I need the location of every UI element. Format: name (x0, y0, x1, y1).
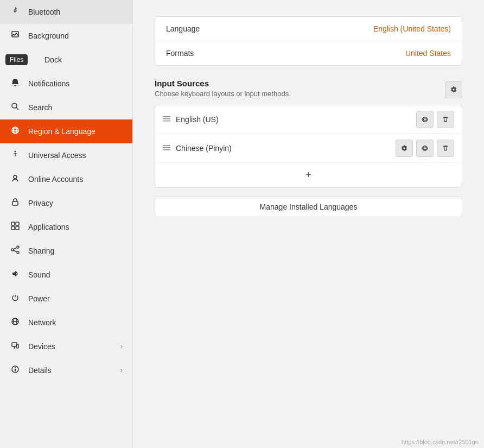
svg-rect-32 (163, 116, 170, 117)
power-icon (10, 293, 21, 304)
svg-rect-26 (16, 344, 18, 348)
sidebar-item-label: Devices (28, 342, 55, 351)
main-content: Language English (United States) Formats… (133, 0, 484, 448)
sidebar-item-label: Notifications (28, 79, 69, 88)
svg-point-3 (12, 103, 17, 108)
region-language-icon (10, 126, 21, 137)
sidebar-item-online-accounts[interactable]: Online Accounts (0, 167, 132, 191)
language-label: Language (166, 24, 200, 33)
svg-rect-13 (11, 222, 15, 225)
manage-languages-button[interactable]: Manage Installed Languages (155, 197, 462, 217)
chinese-delete-button[interactable] (437, 140, 454, 157)
sidebar-item-applications[interactable]: Applications (0, 215, 132, 239)
add-icon: + (305, 169, 311, 181)
devices-chevron: › (120, 343, 123, 350)
sound-icon (10, 269, 21, 280)
svg-rect-37 (163, 147, 170, 148)
sidebar-item-label: Bluetooth (28, 8, 60, 16)
sidebar-item-sound[interactable]: Sound (0, 263, 132, 287)
language-value: English (United States) (373, 24, 451, 33)
input-source-name-chinese: Chinese (Pinyin) (176, 144, 390, 153)
language-formats-card: Language English (United States) Formats… (155, 16, 462, 66)
input-sources-title: Input Sources (155, 79, 291, 88)
svg-point-10 (15, 151, 16, 153)
files-tooltip: Files (5, 54, 28, 65)
svg-line-20 (14, 248, 17, 249)
online-accounts-icon (10, 174, 21, 185)
sidebar-item-label: Online Accounts (28, 175, 83, 184)
sidebar-item-label: Sound (28, 270, 50, 279)
svg-point-17 (17, 246, 19, 248)
sidebar-item-devices[interactable]: Devices › (0, 335, 132, 358)
sidebar-item-label: Power (28, 294, 50, 303)
notifications-icon (10, 78, 21, 89)
formats-row[interactable]: Formats United States (155, 41, 462, 65)
svg-rect-14 (16, 222, 19, 225)
input-source-name-english: English (US) (176, 115, 411, 124)
sidebar-item-background[interactable]: Background (0, 24, 132, 48)
sidebar-item-universal-access[interactable]: Universal Access (0, 143, 132, 167)
chinese-preview-button[interactable] (416, 140, 434, 157)
network-icon (10, 317, 21, 328)
svg-rect-36 (163, 145, 170, 146)
chinese-settings-button[interactable] (396, 140, 413, 157)
bluetooth-icon (10, 7, 21, 17)
svg-rect-30 (15, 369, 16, 371)
svg-line-21 (14, 250, 17, 252)
english-preview-button[interactable] (416, 111, 434, 128)
english-delete-button[interactable] (437, 111, 454, 128)
search-icon (10, 102, 21, 113)
applications-icon (10, 222, 21, 232)
svg-rect-12 (12, 201, 18, 205)
sidebar-item-label: Applications (28, 223, 69, 231)
input-sources-settings-button[interactable] (445, 81, 462, 98)
language-row[interactable]: Language English (United States) (155, 17, 462, 41)
devices-icon (10, 341, 21, 352)
drag-handle-english[interactable] (163, 115, 170, 124)
input-sources-header: Input Sources Choose keyboard layouts or… (155, 79, 462, 98)
formats-label: Formats (166, 49, 194, 58)
sidebar-item-search[interactable]: Search (0, 96, 132, 119)
svg-point-18 (11, 249, 14, 251)
details-icon (10, 365, 21, 376)
sidebar-item-sharing[interactable]: Sharing (0, 239, 132, 263)
svg-point-39 (423, 147, 426, 149)
sidebar-item-network[interactable]: Network (0, 311, 132, 335)
sidebar-item-details[interactable]: Details › (0, 358, 132, 382)
svg-point-35 (423, 118, 426, 121)
sidebar-item-label: Region & Language (28, 127, 95, 136)
sidebar-item-label: Privacy (28, 199, 53, 207)
sidebar-item-label: Dock (44, 55, 62, 64)
svg-rect-33 (163, 118, 170, 119)
svg-rect-15 (11, 226, 15, 230)
sidebar-item-dock[interactable]: Files Dock (0, 48, 132, 72)
privacy-icon (10, 198, 21, 209)
input-source-row-english: English (US) (155, 105, 462, 134)
svg-point-29 (15, 367, 16, 368)
sidebar-item-label: Details (28, 366, 52, 375)
chinese-actions (396, 140, 454, 157)
sidebar-item-label: Background (28, 31, 69, 40)
add-input-source-button[interactable]: + (155, 163, 462, 187)
sidebar-item-label: Search (28, 103, 52, 112)
sidebar-item-bluetooth[interactable]: Bluetooth (0, 0, 132, 24)
sidebar-item-privacy[interactable]: Privacy (0, 191, 132, 215)
svg-point-19 (17, 251, 19, 254)
formats-value: United States (405, 49, 451, 58)
input-source-row-chinese: Chinese (Pinyin) (155, 134, 462, 163)
svg-line-4 (16, 108, 18, 110)
input-sources-subtitle: Choose keyboard layouts or input methods… (155, 90, 291, 98)
sidebar-item-label: Universal Access (28, 151, 86, 160)
sharing-icon (10, 245, 21, 256)
details-chevron: › (120, 367, 123, 374)
background-icon (10, 30, 21, 41)
drag-handle-chinese[interactable] (163, 144, 170, 153)
sidebar-item-notifications[interactable]: Notifications (0, 72, 132, 96)
svg-rect-34 (163, 121, 170, 122)
sidebar-item-power[interactable]: Power (0, 287, 132, 311)
svg-rect-38 (163, 149, 170, 150)
input-sources-card: English (US) Chinese (Pinyin) (155, 105, 462, 188)
svg-rect-16 (16, 226, 19, 230)
english-actions (416, 111, 454, 128)
sidebar-item-region-language[interactable]: Region & Language (0, 119, 132, 143)
